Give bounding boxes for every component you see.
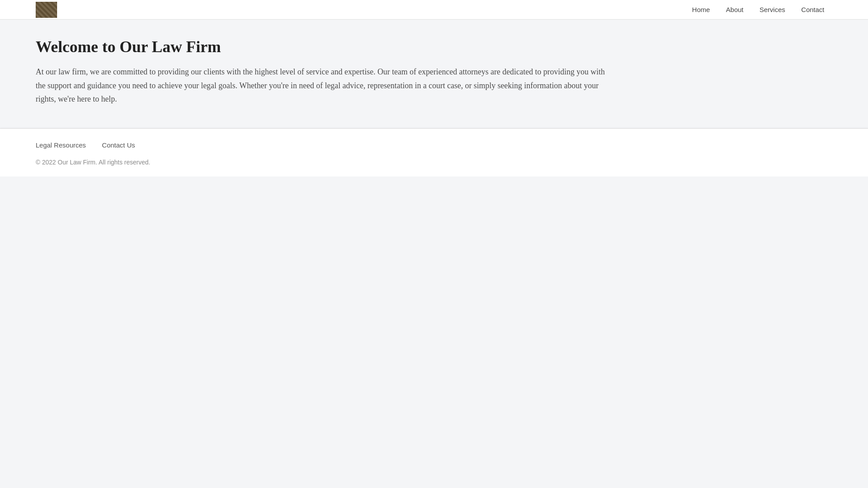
nav-item-home[interactable]: Home <box>684 6 718 13</box>
site-footer: Legal Resources Contact Us © 2022 Our La… <box>0 128 868 176</box>
footer-link-legal-resources[interactable]: Legal Resources <box>36 141 94 149</box>
logo-area <box>36 2 57 18</box>
main-nav: Home About Services Contact <box>684 6 832 13</box>
intro-text: At our law firm, we are committed to pro… <box>36 65 616 106</box>
nav-item-services[interactable]: Services <box>752 6 794 13</box>
footer-links: Legal Resources Contact Us <box>36 141 832 149</box>
nav-item-contact[interactable]: Contact <box>793 6 832 13</box>
site-header: Home About Services Contact <box>0 0 868 20</box>
nav-item-about[interactable]: About <box>718 6 752 13</box>
footer-copyright: © 2022 Our Law Firm. All rights reserved… <box>36 159 832 166</box>
page-title: Welcome to Our Law Firm <box>36 37 832 56</box>
logo-image <box>36 2 57 18</box>
footer-link-contact-us[interactable]: Contact Us <box>94 141 143 149</box>
main-content: Welcome to Our Law Firm At our law firm,… <box>0 20 868 128</box>
